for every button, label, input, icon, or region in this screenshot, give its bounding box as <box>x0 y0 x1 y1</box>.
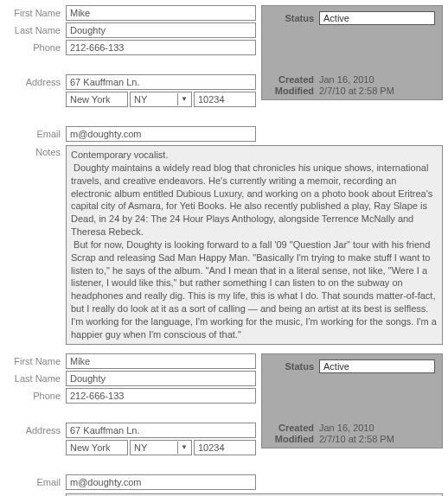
state-value: NY <box>134 442 147 454</box>
form-fields: First Name Mike Last Name Doughty Phone … <box>5 5 261 143</box>
email-field[interactable]: m@doughty.com <box>66 126 256 142</box>
label-created: Created <box>269 423 319 433</box>
label-notes: Notes <box>5 145 66 157</box>
state-dropdown[interactable]: NY ▼ <box>130 92 192 107</box>
status-field[interactable]: Active <box>319 11 435 25</box>
label-status: Status <box>269 13 319 23</box>
notes-field-scrollable[interactable]: Books. He also recently published a play… <box>66 493 443 496</box>
label-first-name: First Name <box>5 8 66 18</box>
city-field[interactable]: New York <box>66 92 128 107</box>
notes-field[interactable]: Contemporary vocalist. Doughty maintains… <box>66 145 443 345</box>
label-modified: Modified <box>269 86 319 96</box>
city-field[interactable]: New York <box>66 440 128 455</box>
meta-panel: Status Active Created Jan 16, 2010 Modif… <box>261 353 443 448</box>
chevron-down-icon: ▼ <box>177 93 188 105</box>
zip-field[interactable]: 10234 <box>194 92 256 107</box>
chevron-down-icon: ▼ <box>177 442 188 454</box>
phone-field[interactable]: 212-666-133 <box>66 40 256 55</box>
label-email: Email <box>5 477 66 487</box>
zip-field[interactable]: 10234 <box>194 440 256 455</box>
first-name-field[interactable]: Mike <box>66 353 256 369</box>
state-value: NY <box>134 93 147 105</box>
label-first-name: First Name <box>5 356 66 366</box>
label-email: Email <box>5 129 66 139</box>
state-dropdown[interactable]: NY ▼ <box>130 440 192 455</box>
label-address: Address <box>5 77 66 87</box>
status-field[interactable]: Active <box>319 359 435 373</box>
created-value: Jan 16, 2010 <box>319 74 374 85</box>
meta-panel: Status Active Created Jan 16, 2010 Modif… <box>261 5 443 100</box>
address1-field[interactable]: 67 Kauffman Ln. <box>66 423 256 438</box>
label-last-name: Last Name <box>5 373 66 384</box>
first-name-field[interactable]: Mike <box>66 5 256 21</box>
last-name-field[interactable]: Doughty <box>66 371 256 386</box>
label-modified: Modified <box>269 434 319 444</box>
last-name-field[interactable]: Doughty <box>66 22 256 38</box>
label-phone: Phone <box>5 391 66 401</box>
created-value: Jan 16, 2010 <box>319 423 374 433</box>
label-last-name: Last Name <box>5 25 66 35</box>
contact-card: First Name Mike Last Name Doughty Phone … <box>5 5 443 345</box>
label-notes: Notes <box>5 493 66 496</box>
phone-field[interactable]: 212-666-133 <box>66 388 256 404</box>
modified-value: 2/7/10 at 2:58 PM <box>319 434 394 444</box>
address1-field[interactable]: 67 Kauffman Ln. <box>66 74 256 90</box>
modified-value: 2/7/10 at 2:58 PM <box>319 86 394 96</box>
contact-card: First Name Mike Last Name Doughty Phone … <box>5 353 443 496</box>
form-fields: First Name Mike Last Name Doughty Phone … <box>5 353 261 492</box>
label-address: Address <box>5 425 66 436</box>
label-created: Created <box>269 74 319 85</box>
email-field[interactable]: m@doughty.com <box>66 474 256 490</box>
label-phone: Phone <box>5 42 66 53</box>
label-status: Status <box>269 361 319 372</box>
